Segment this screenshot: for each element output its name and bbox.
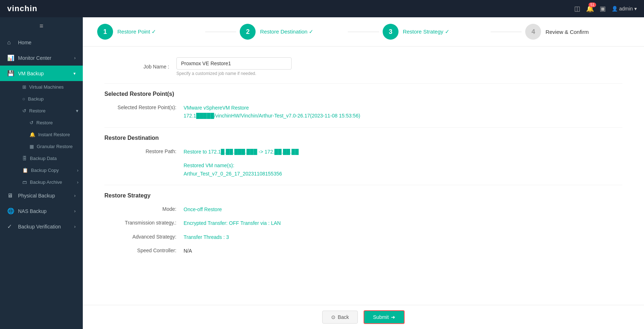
sidebar-item-backup-archive[interactable]: 🗃 Backup Archive ›: [18, 176, 83, 188]
step-1-check: ✓: [152, 28, 156, 35]
sidebar-label-granular-restore: Granular Restore: [37, 144, 73, 149]
footer-bar: ⊙ Back Submit ➜: [83, 305, 644, 329]
home-icon: ⌂: [7, 39, 14, 46]
sidebar-label-physical-backup: Physical Backup: [18, 193, 55, 199]
sidebar-item-home[interactable]: ⌂ Home: [0, 35, 83, 50]
sidebar-label-backup-verification: Backup Verification: [18, 224, 61, 230]
wizard-steps: 1 Restore Point ✓ 2 Restore Destination …: [83, 17, 644, 46]
restored-vm-row: Restored VM name(s): Arthur_Test_v7_0_26…: [104, 161, 622, 178]
step-4-label: Review & Confirm: [545, 29, 589, 35]
step-2-label: Restore Destination ✓: [260, 28, 314, 35]
granular-restore-icon: ▦: [30, 144, 34, 149]
back-button[interactable]: ⊙ Back: [322, 311, 358, 324]
user-menu[interactable]: 👤 admin ▾: [612, 6, 637, 12]
mode-value: Once-off Restore: [184, 205, 222, 213]
sidebar-item-backup-data[interactable]: 🗄 Backup Data: [18, 152, 83, 164]
sidebar-label-backup: Backup: [28, 96, 44, 102]
sidebar-item-backup-copy[interactable]: 📋 Backup Copy ›: [18, 164, 83, 176]
back-label: Back: [338, 314, 349, 320]
topbar-right: ◫ 🔔 51 ▣ 👤 admin ▾: [574, 5, 637, 13]
backup-copy-arrow: ›: [77, 168, 78, 173]
restore-path-value: Restore to 172.1█.██.███.███ -> 172.██.█…: [184, 148, 299, 156]
step-4: 4 Review & Confirm: [525, 24, 630, 40]
sidebar-label-restore: Restore: [29, 108, 46, 114]
restore-points-value: VMware vSphereVM Restore 172.1█████/vinc…: [184, 104, 360, 120]
advanced-row: Advanced Strategy: Transfer Threads : 3: [104, 233, 622, 241]
notifications-icon[interactable]: 🔔 51: [586, 5, 594, 13]
restore-points-row: Selected Restore Point(s): VMware vSpher…: [104, 104, 622, 120]
physical-backup-arrow: ›: [74, 193, 76, 198]
sidebar-item-physical-backup[interactable]: 🖥 Physical Backup ›: [0, 188, 83, 203]
restore-path-row: Restore Path: Restore to 172.1█.██.███.█…: [104, 148, 622, 156]
step-1-circle: 1: [97, 24, 113, 40]
backup-icon: ○: [22, 96, 25, 102]
backup-data-icon: 🗄: [22, 156, 27, 161]
sidebar-item-instant-restore[interactable]: 🔔 Instant Restore: [25, 129, 83, 141]
monitor-icon[interactable]: ▣: [600, 5, 606, 13]
monitor-center-arrow: ›: [74, 55, 76, 61]
sidebar-item-backup[interactable]: ○ Backup: [18, 93, 83, 105]
vm-backup-submenu: ⊞ Virtual Machines ○ Backup ↺ Restore ▾ …: [0, 81, 83, 188]
virtual-machines-icon: ⊞: [22, 84, 26, 90]
backup-archive-arrow: ›: [77, 179, 78, 185]
restore-arrow: ▾: [76, 108, 78, 114]
sidebar-label-virtual-machines: Virtual Machines: [29, 84, 64, 90]
step-2: 2 Restore Destination ✓: [240, 24, 344, 40]
menu-toggle[interactable]: ≡: [0, 17, 83, 35]
user-dropdown-icon: ▾: [634, 6, 637, 12]
submit-icon: ➜: [391, 314, 395, 320]
step-4-number: 4: [531, 28, 535, 36]
submit-label: Submit: [373, 314, 389, 320]
sidebar-item-backup-verification[interactable]: ✓ Backup Verification ›: [0, 219, 83, 234]
mode-row: Mode: Once-off Restore: [104, 205, 622, 213]
restore-submenu: ↺ Restore 🔔 Instant Restore ▦ Granular R…: [18, 117, 83, 152]
restored-vm-name-value: Arthur_Test_v7_0_26_17_20231108155356: [184, 171, 282, 177]
sidebar-item-vm-backup[interactable]: 💾 VM Backup ▾: [0, 66, 83, 81]
step-3-check: ✓: [445, 28, 450, 35]
sidebar-item-virtual-machines[interactable]: ⊞ Virtual Machines: [18, 81, 83, 93]
mode-label: Mode:: [104, 205, 184, 212]
sidebar-label-nas-backup: NAS Backup: [18, 208, 46, 214]
advanced-label: Advanced Strategy:: [104, 233, 184, 240]
notification-badge: 51: [589, 3, 596, 7]
restore-path-label: Restore Path:: [104, 148, 184, 154]
sidebar-label-backup-archive: Backup Archive: [30, 179, 62, 185]
step-divider-2: [348, 32, 379, 32]
submit-button[interactable]: Submit ➜: [364, 310, 405, 324]
backup-copy-icon: 📋: [22, 168, 28, 173]
advanced-value: Transfer Threads : 3: [184, 233, 229, 241]
messages-icon[interactable]: ◫: [574, 5, 580, 13]
sidebar-label-backup-data: Backup Data: [30, 156, 57, 161]
sidebar-label-instant-restore: Instant Restore: [38, 132, 70, 137]
sidebar-item-nas-backup[interactable]: 🌐 NAS Backup ›: [0, 203, 83, 219]
sidebar-item-restore[interactable]: ↺ Restore ▾: [18, 105, 83, 117]
transmission-row: Transmission strategy.: Encrypted Transf…: [104, 219, 622, 227]
logo-part1: vin: [7, 4, 20, 13]
sidebar-label-restore-sub: Restore: [36, 120, 53, 125]
sidebar-item-monitor-center[interactable]: 📊 Monitor Center ›: [0, 50, 83, 66]
monitor-center-icon: 📊: [7, 54, 14, 61]
step-3: 3 Restore Strategy ✓: [383, 24, 487, 40]
speed-row: Speed Controller: N/A: [104, 247, 622, 255]
vm-backup-arrow: ▾: [73, 71, 76, 76]
speed-label: Speed Controller:: [104, 247, 184, 253]
user-label: admin: [619, 6, 633, 12]
sidebar-item-granular-restore[interactable]: ▦ Granular Restore: [25, 141, 83, 152]
sidebar-item-restore-sub[interactable]: ↺ Restore: [25, 117, 83, 129]
job-name-input[interactable]: [176, 57, 292, 70]
step-1-number: 1: [103, 28, 107, 36]
main-content: 1 Restore Point ✓ 2 Restore Destination …: [83, 0, 644, 329]
restore-points-line1: VMware vSphereVM Restore: [184, 105, 249, 111]
restored-vm-value: Restored VM name(s): Arthur_Test_v7_0_26…: [184, 161, 282, 178]
restore-sub-icon: ↺: [30, 120, 33, 125]
back-icon: ⊙: [331, 314, 335, 320]
section-title-restore-strategy: Restore Strategy: [104, 192, 622, 199]
user-icon: 👤: [612, 6, 618, 12]
step-3-label: Restore Strategy ✓: [403, 28, 450, 35]
step-4-circle: 4: [525, 24, 541, 40]
vm-backup-icon: 💾: [7, 70, 14, 77]
step-2-number: 2: [246, 28, 249, 36]
job-name-label: Job Name :: [104, 64, 176, 70]
divider-3: [104, 185, 622, 185]
section-title-restore-points: Selected Restore Point(s): [104, 91, 622, 97]
